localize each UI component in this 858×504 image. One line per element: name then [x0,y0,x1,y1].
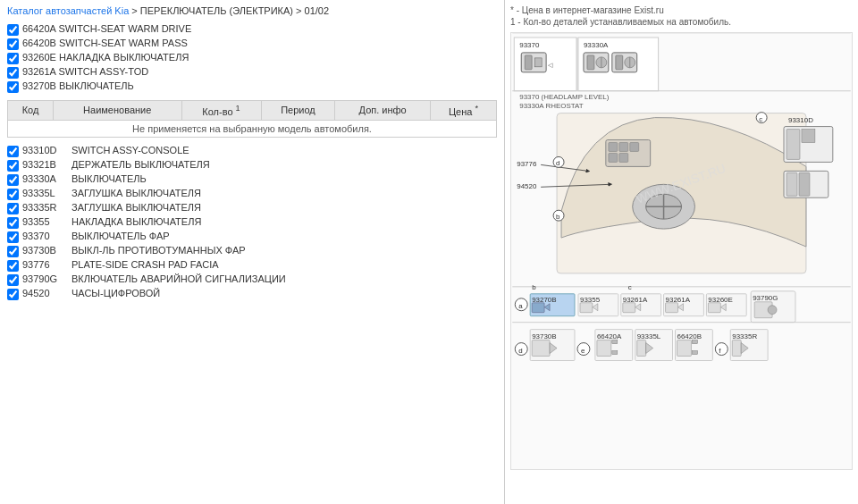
sub-part-93370: 93370 ВЫКЛЮЧАТЕЛЬ ФАР [7,231,497,243]
label-93370-top: 93370 [519,41,540,49]
name-93730B: ВЫКЛ-ЛЬ ПРОТИВОТУМАННЫХ ФАР [72,245,246,256]
svg-rect-4 [534,58,542,67]
checkbox-94520[interactable] [7,289,19,300]
checkbox-93790G[interactable] [7,274,19,286]
checkbox-66420B[interactable] [7,38,19,50]
svg-rect-50 [532,303,544,313]
category-list: 66420A SWITCH-SEAT WARM DRIVE 66420B SWI… [7,23,497,93]
name-93776: PLATE-SIDE CRASH PAD FACIA [72,259,219,270]
svg-text:66420A: 66420A [597,332,622,340]
checkbox-93355[interactable] [7,217,19,229]
svg-text:93335R: 93335R [732,332,757,340]
svg-rect-85 [597,340,611,357]
checkbox-93730B[interactable] [7,246,19,257]
col-sup-price: * [475,104,478,113]
category-item-66420A: 66420A SWITCH-SEAT WARM DRIVE [7,23,497,36]
code-93790G: 93790G [22,273,72,284]
col-header-code: Код [8,101,54,121]
note-price: * - Цена в интернет-магазине Exist.ru [510,5,853,15]
checkbox-93310D[interactable] [7,146,19,157]
svg-rect-24 [619,142,628,151]
name-93790G: ВКЛЮЧАТЕЛЬ АВАРИЙНОЙ СИГНАЛИЗАЦИИ [72,273,286,284]
code-93335R: 93335R [22,202,72,213]
svg-rect-23 [609,142,618,151]
name-93335L: ЗАГЛУШКА ВЫКЛЮЧАТЕЛЯ [72,188,201,198]
label-93330A-top: 93330A [584,41,609,49]
breadcrumb: Каталог автозапчастей Kia > ПЕРЕКЛЮЧАТЕЛ… [7,5,497,16]
category-item-93270B: 93270B ВЫКЛЮЧАТЕЛЬ [7,80,497,93]
parts-table: Код Наименование Кол-во 1 Период Доп. ин… [7,100,497,138]
svg-text:a: a [518,302,523,310]
sub-part-94520: 94520 ЧАСЫ-ЦИФРОВОЙ [7,288,497,300]
checkbox-93776[interactable] [7,260,19,272]
svg-point-97 [715,343,728,356]
checkbox-93335R[interactable] [7,203,19,214]
svg-text:b: b [532,283,536,291]
svg-rect-66 [708,303,720,313]
diagram-svg: 93370 ◁ 93330A [511,33,852,469]
breadcrumb-link-catalog[interactable]: Каталог автозапчастей Kia [7,5,129,16]
svg-rect-43 [786,172,797,196]
svg-rect-58 [623,303,635,313]
sub-part-93310D: 93310D SWITCH ASSY-CONSOLE [7,145,497,157]
svg-rect-101 [732,340,741,357]
no-apply-row: Не применяется на выбранную модель автом… [8,120,497,137]
name-93330A: ВЫКЛЮЧАТЕЛЬ [72,173,147,184]
svg-rect-39 [802,130,815,143]
category-item-93261A: 93261A SWITCH ASSY-TOD [7,66,497,79]
svg-text:e: e [581,347,585,355]
breadcrumb-section: ПЕРЕКЛЮЧАТЕЛЬ (ЭЛЕКТРИКА) [140,5,293,16]
name-93310D: SWITCH ASSY-CONSOLE [72,145,189,155]
svg-text:93730B: 93730B [532,332,556,340]
sub-part-93321B: 93321B ДЕРЖАТЕЛЬ ВЫКЛЮЧАТЕЛЯ [7,159,497,172]
svg-rect-26 [609,153,618,162]
col-header-price: Цена * [430,101,496,121]
svg-text:b: b [556,213,560,221]
svg-rect-38 [786,130,800,160]
label-93776: 93776 [517,160,537,168]
sub-parts-section: 93310D SWITCH ASSY-CONSOLE 93321B ДЕРЖАТ… [7,145,497,300]
category-label-66420B[interactable]: 66420B SWITCH-SEAT WARM PASS [22,38,188,48]
checkbox-93335L[interactable] [7,189,19,200]
category-label-93261A[interactable]: 93261A SWITCH ASSY-TOD [22,66,148,77]
name-93355: НАКЛАДКА ВЫКЛЮЧАТЕЛЯ [72,216,201,227]
svg-text:66420B: 66420B [677,332,702,340]
name-94520: ЧАСЫ-ЦИФРОВОЙ [72,288,160,298]
breadcrumb-page: 01/02 [305,5,330,16]
svg-rect-44 [799,172,810,196]
col-header-period: Период [261,101,335,121]
svg-text:c: c [759,115,762,123]
checkbox-93370[interactable] [7,231,19,243]
svg-text:93260E: 93260E [708,296,732,304]
col-sup-qty: 1 [236,104,240,113]
sub-part-93776: 93776 PLATE-SIDE CRASH PAD FACIA [7,259,497,272]
checkbox-93270B[interactable] [7,81,19,93]
code-93370: 93370 [22,231,72,241]
sub-part-93355: 93355 НАКЛАДКА ВЫКЛЮЧАТЕЛЯ [7,216,497,229]
checkbox-93261A[interactable] [7,67,19,79]
checkbox-93330A[interactable] [7,174,19,186]
svg-rect-12 [616,55,623,70]
checkbox-93260E[interactable] [7,53,19,64]
sub-part-93335L: 93335L ЗАГЛУШКА ВЫКЛЮЧАТЕЛЯ [7,188,497,200]
category-label-93270B[interactable]: 93270B ВЫКЛЮЧАТЕЛЬ [22,80,134,91]
svg-rect-25 [630,142,639,151]
svg-rect-27 [619,153,628,162]
code-94520: 94520 [22,288,72,298]
col-header-qty: Кол-во 1 [181,101,261,121]
code-93330A: 93330A [22,173,72,184]
category-item-93260E: 93260E НАКЛАДКА ВЫКЛЮЧАТЕЛЯ [7,52,497,64]
checkbox-93321B[interactable] [7,160,19,172]
col-header-name: Наименование [53,101,181,121]
category-item-66420B: 66420B SWITCH-SEAT WARM PASS [7,38,497,50]
label-94520: 94520 [517,182,537,190]
svg-rect-62 [666,303,678,313]
category-label-66420A[interactable]: 66420A SWITCH-SEAT WARM DRIVE [22,23,191,34]
category-label-93260E[interactable]: 93260E НАКЛАДКА ВЫКЛЮЧАТЕЛЯ [22,52,189,63]
svg-rect-54 [580,303,593,313]
left-panel: Каталог автозапчастей Kia > ПЕРЕКЛЮЧАТЕЛ… [0,0,505,504]
svg-rect-87 [612,351,618,355]
right-panel: * - Цена в интернет-магазине Exist.ru 1 … [505,0,858,504]
checkbox-66420A[interactable] [7,24,19,36]
svg-rect-96 [692,351,697,355]
